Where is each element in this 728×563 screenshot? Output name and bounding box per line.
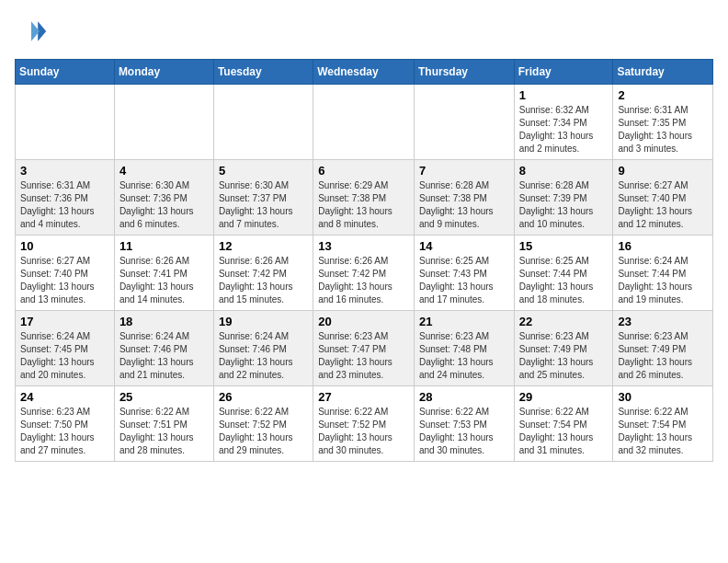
day-info: Sunrise: 6:26 AMSunset: 7:41 PMDaylight:… (119, 255, 209, 306)
calendar-day: 21Sunrise: 6:23 AMSunset: 7:48 PMDayligh… (414, 311, 514, 386)
day-info: Sunrise: 6:22 AMSunset: 7:52 PMDaylight:… (219, 406, 308, 457)
day-number: 30 (618, 390, 708, 404)
day-info: Sunrise: 6:22 AMSunset: 7:54 PMDaylight:… (618, 406, 708, 457)
day-number: 6 (318, 164, 409, 178)
day-number: 19 (219, 315, 308, 328)
day-info: Sunrise: 6:23 AMSunset: 7:50 PMDaylight:… (20, 406, 109, 457)
day-number: 14 (419, 239, 509, 253)
day-number: 25 (119, 390, 209, 404)
calendar-day: 23Sunrise: 6:23 AMSunset: 7:49 PMDayligh… (613, 311, 713, 386)
calendar-day: 5Sunrise: 6:30 AMSunset: 7:37 PMDaylight… (213, 160, 313, 236)
weekday-header-sunday: Sunday (16, 60, 115, 85)
day-info: Sunrise: 6:27 AMSunset: 7:40 PMDaylight:… (20, 255, 109, 306)
calendar-day: 16Sunrise: 6:24 AMSunset: 7:44 PMDayligh… (613, 236, 713, 311)
weekday-header-tuesday: Tuesday (213, 60, 313, 85)
calendar-week-3: 10Sunrise: 6:27 AMSunset: 7:40 PMDayligh… (16, 236, 713, 311)
day-info: Sunrise: 6:22 AMSunset: 7:53 PMDaylight:… (419, 406, 509, 457)
calendar-week-5: 24Sunrise: 6:23 AMSunset: 7:50 PMDayligh… (16, 386, 713, 462)
day-info: Sunrise: 6:24 AMSunset: 7:46 PMDaylight:… (219, 330, 308, 382)
calendar-day: 10Sunrise: 6:27 AMSunset: 7:40 PMDayligh… (16, 236, 115, 311)
day-info: Sunrise: 6:22 AMSunset: 7:54 PMDaylight:… (519, 406, 609, 457)
day-info: Sunrise: 6:31 AMSunset: 7:35 PMDaylight:… (618, 104, 708, 155)
calendar-day: 7Sunrise: 6:28 AMSunset: 7:38 PMDaylight… (414, 160, 514, 236)
calendar-day: 12Sunrise: 6:26 AMSunset: 7:42 PMDayligh… (213, 236, 313, 311)
calendar-day: 20Sunrise: 6:23 AMSunset: 7:47 PMDayligh… (313, 311, 415, 386)
calendar-day: 27Sunrise: 6:22 AMSunset: 7:52 PMDayligh… (313, 386, 415, 462)
day-number: 17 (20, 315, 109, 328)
calendar-day: 15Sunrise: 6:25 AMSunset: 7:44 PMDayligh… (514, 236, 613, 311)
weekday-header-row: SundayMondayTuesdayWednesdayThursdayFrid… (16, 60, 713, 85)
calendar-day: 18Sunrise: 6:24 AMSunset: 7:46 PMDayligh… (114, 311, 213, 386)
day-info: Sunrise: 6:28 AMSunset: 7:38 PMDaylight:… (419, 179, 509, 231)
calendar-day: 9Sunrise: 6:27 AMSunset: 7:40 PMDaylight… (613, 160, 713, 236)
logo-icon (15, 15, 48, 48)
calendar-day: 2Sunrise: 6:31 AMSunset: 7:35 PMDaylight… (613, 85, 713, 160)
calendar-day: 24Sunrise: 6:23 AMSunset: 7:50 PMDayligh… (16, 386, 115, 462)
day-number: 2 (618, 88, 708, 102)
day-number: 16 (618, 239, 708, 253)
day-info: Sunrise: 6:24 AMSunset: 7:46 PMDaylight:… (119, 330, 209, 382)
day-number: 7 (419, 164, 509, 178)
calendar-day: 22Sunrise: 6:23 AMSunset: 7:49 PMDayligh… (514, 311, 613, 386)
day-info: Sunrise: 6:23 AMSunset: 7:48 PMDaylight:… (419, 330, 509, 382)
day-info: Sunrise: 6:24 AMSunset: 7:45 PMDaylight:… (20, 330, 109, 382)
day-number: 23 (618, 315, 708, 328)
day-number: 9 (618, 164, 708, 178)
calendar-day: 11Sunrise: 6:26 AMSunset: 7:41 PMDayligh… (114, 236, 213, 311)
day-info: Sunrise: 6:30 AMSunset: 7:36 PMDaylight:… (119, 179, 209, 231)
day-number: 5 (219, 164, 308, 178)
day-info: Sunrise: 6:30 AMSunset: 7:37 PMDaylight:… (219, 179, 308, 231)
calendar-week-1: 1Sunrise: 6:32 AMSunset: 7:34 PMDaylight… (16, 85, 713, 160)
weekday-header-monday: Monday (114, 60, 213, 85)
day-info: Sunrise: 6:23 AMSunset: 7:49 PMDaylight:… (618, 330, 708, 382)
day-number: 20 (318, 315, 409, 328)
day-number: 24 (20, 390, 109, 404)
day-info: Sunrise: 6:25 AMSunset: 7:44 PMDaylight:… (519, 255, 609, 306)
weekday-header-wednesday: Wednesday (313, 60, 415, 85)
day-number: 10 (20, 239, 109, 253)
day-number: 11 (119, 239, 209, 253)
calendar-day: 26Sunrise: 6:22 AMSunset: 7:52 PMDayligh… (213, 386, 313, 462)
day-info: Sunrise: 6:28 AMSunset: 7:39 PMDaylight:… (519, 179, 609, 231)
day-number: 22 (519, 315, 609, 328)
day-info: Sunrise: 6:25 AMSunset: 7:43 PMDaylight:… (419, 255, 509, 306)
day-number: 28 (419, 390, 509, 404)
day-info: Sunrise: 6:29 AMSunset: 7:38 PMDaylight:… (318, 179, 409, 231)
calendar-day (414, 85, 514, 160)
calendar-day: 28Sunrise: 6:22 AMSunset: 7:53 PMDayligh… (414, 386, 514, 462)
day-info: Sunrise: 6:31 AMSunset: 7:36 PMDaylight:… (20, 179, 109, 231)
calendar-day: 13Sunrise: 6:26 AMSunset: 7:42 PMDayligh… (313, 236, 415, 311)
calendar-table: SundayMondayTuesdayWednesdayThursdayFrid… (15, 59, 713, 462)
day-info: Sunrise: 6:27 AMSunset: 7:40 PMDaylight:… (618, 179, 708, 231)
calendar-day: 14Sunrise: 6:25 AMSunset: 7:43 PMDayligh… (414, 236, 514, 311)
day-number: 1 (519, 88, 609, 102)
day-info: Sunrise: 6:24 AMSunset: 7:44 PMDaylight:… (618, 255, 708, 306)
page-header (15, 15, 713, 48)
day-number: 4 (119, 164, 209, 178)
day-number: 3 (20, 164, 109, 178)
calendar-week-2: 3Sunrise: 6:31 AMSunset: 7:36 PMDaylight… (16, 160, 713, 236)
calendar-day: 29Sunrise: 6:22 AMSunset: 7:54 PMDayligh… (514, 386, 613, 462)
calendar-day (213, 85, 313, 160)
calendar-day: 4Sunrise: 6:30 AMSunset: 7:36 PMDaylight… (114, 160, 213, 236)
calendar-day: 19Sunrise: 6:24 AMSunset: 7:46 PMDayligh… (213, 311, 313, 386)
day-info: Sunrise: 6:22 AMSunset: 7:51 PMDaylight:… (119, 406, 209, 457)
weekday-header-friday: Friday (514, 60, 613, 85)
calendar-day: 1Sunrise: 6:32 AMSunset: 7:34 PMDaylight… (514, 85, 613, 160)
calendar-week-4: 17Sunrise: 6:24 AMSunset: 7:45 PMDayligh… (16, 311, 713, 386)
calendar-day: 25Sunrise: 6:22 AMSunset: 7:51 PMDayligh… (114, 386, 213, 462)
calendar-day: 30Sunrise: 6:22 AMSunset: 7:54 PMDayligh… (613, 386, 713, 462)
day-number: 12 (219, 239, 308, 253)
calendar-day (16, 85, 115, 160)
calendar-day: 6Sunrise: 6:29 AMSunset: 7:38 PMDaylight… (313, 160, 415, 236)
calendar-day (114, 85, 213, 160)
day-info: Sunrise: 6:32 AMSunset: 7:34 PMDaylight:… (519, 104, 609, 155)
day-number: 15 (519, 239, 609, 253)
day-number: 21 (419, 315, 509, 328)
calendar-day: 8Sunrise: 6:28 AMSunset: 7:39 PMDaylight… (514, 160, 613, 236)
calendar-day: 3Sunrise: 6:31 AMSunset: 7:36 PMDaylight… (16, 160, 115, 236)
day-number: 18 (119, 315, 209, 328)
day-number: 13 (318, 239, 409, 253)
weekday-header-saturday: Saturday (613, 60, 713, 85)
day-info: Sunrise: 6:22 AMSunset: 7:52 PMDaylight:… (318, 406, 409, 457)
